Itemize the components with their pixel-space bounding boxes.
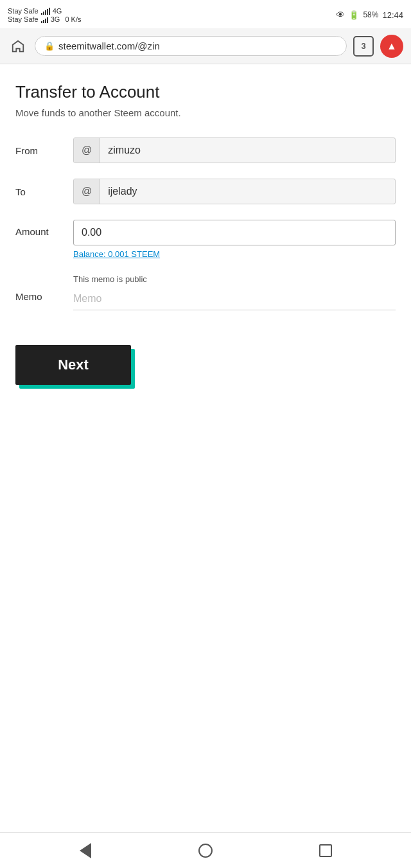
- home-button[interactable]: [8, 36, 28, 57]
- recents-icon: [319, 844, 332, 857]
- memo-label: Memo: [15, 274, 73, 302]
- memo-input[interactable]: [73, 288, 396, 310]
- lock-icon: 🔒: [44, 41, 55, 51]
- signal-3g-label: 3G: [51, 15, 60, 23]
- status-bar: Stay Safe 4G Stay Safe 3G 0 K/s 👁 🔋: [0, 0, 411, 28]
- amount-wrapper: Balance: 0.001 STEEM: [73, 220, 396, 259]
- memo-row: Memo This memo is public: [15, 274, 396, 310]
- amount-label: Amount: [15, 220, 73, 237]
- upload-icon: ▲: [387, 40, 397, 52]
- carrier-info: Stay Safe 4G Stay Safe 3G 0 K/s: [8, 7, 81, 23]
- next-button-area: Next: [15, 345, 131, 385]
- next-button[interactable]: Next: [15, 345, 131, 385]
- time: 12:44: [382, 10, 403, 20]
- to-input[interactable]: [100, 179, 395, 204]
- memo-wrapper: This memo is public: [73, 274, 396, 310]
- to-prefix: @: [74, 179, 100, 204]
- from-row: From @: [15, 137, 396, 163]
- to-input-wrapper: @: [73, 179, 396, 204]
- tab-count-button[interactable]: 3: [353, 36, 374, 57]
- url-text: steemitwallet.com/@zin: [58, 40, 160, 51]
- amount-input[interactable]: [74, 220, 395, 245]
- from-input-wrapper: @: [73, 137, 396, 163]
- amount-row: Amount Balance: 0.001 STEEM: [15, 220, 396, 259]
- to-row: To @: [15, 179, 396, 204]
- signal-3g-bars: [41, 15, 48, 23]
- home-nav-icon: [198, 844, 213, 858]
- balance-link[interactable]: Balance: 0.001 STEEM: [73, 249, 396, 259]
- url-bar[interactable]: 🔒 steemitwallet.com/@zin: [35, 36, 347, 56]
- upload-button[interactable]: ▲: [380, 35, 403, 58]
- page-subtitle: Move funds to another Steem account.: [15, 107, 396, 118]
- carrier-top: Stay Safe: [8, 7, 39, 15]
- home-nav-button[interactable]: [191, 837, 220, 865]
- memo-note: This memo is public: [73, 274, 396, 284]
- to-label: To: [15, 186, 73, 197]
- main-content: Transfer to Account Move funds to anothe…: [0, 64, 411, 615]
- signal-4g-label: 4G: [53, 7, 62, 15]
- from-input[interactable]: [100, 138, 395, 163]
- page-title: Transfer to Account: [15, 82, 396, 102]
- back-icon: [80, 843, 91, 858]
- battery-icon: 🔋: [349, 10, 359, 20]
- back-button[interactable]: [71, 837, 100, 865]
- signal-4g-bars: [41, 7, 50, 15]
- from-prefix: @: [74, 138, 100, 163]
- amount-input-box: [73, 220, 396, 245]
- from-label: From: [15, 145, 73, 156]
- carrier-bottom: Stay Safe: [8, 15, 39, 23]
- battery-percent: 58%: [363, 10, 378, 19]
- browser-bar: 🔒 steemitwallet.com/@zin 3 ▲: [0, 28, 411, 64]
- eye-icon: 👁: [336, 10, 345, 20]
- data-speed: 0 K/s: [65, 15, 81, 23]
- recents-button[interactable]: [311, 837, 340, 865]
- bottom-nav: [0, 832, 411, 868]
- status-right: 👁 🔋 58% 12:44: [336, 10, 403, 20]
